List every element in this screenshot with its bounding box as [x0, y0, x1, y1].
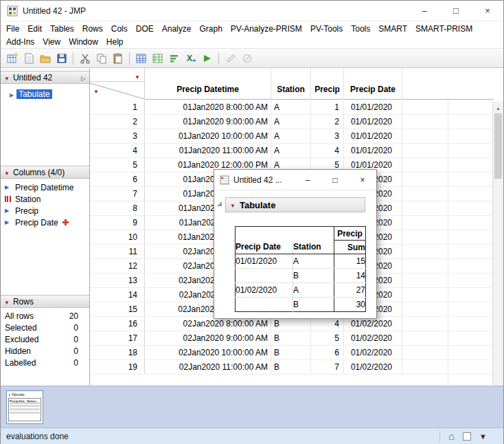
- row-number-cell[interactable]: 15: [90, 302, 145, 316]
- table-row[interactable]: 4 01Jan2020 11:00:00 AM A 4 01/01/2020: [90, 144, 494, 158]
- copy-icon[interactable]: [93, 50, 109, 66]
- menu-item[interactable]: Edit: [23, 24, 46, 34]
- precip-datetime-cell[interactable]: 01Jan2020 11:00:00 AM: [145, 144, 271, 157]
- report-close-button[interactable]: ×: [349, 170, 376, 190]
- vertical-scrollbar[interactable]: [492, 102, 503, 386]
- menu-item[interactable]: File: [2, 24, 23, 34]
- red-triangle-menu-icon[interactable]: [4, 297, 10, 307]
- row-number-cell[interactable]: 19: [90, 360, 145, 374]
- column-header-precip-date[interactable]: Precip Date: [344, 68, 402, 100]
- report-list-item[interactable]: Tabulate: [1, 88, 89, 100]
- row-number-cell[interactable]: 7: [90, 187, 145, 201]
- status-checkbox[interactable]: [463, 432, 471, 441]
- scrollbar-thumb[interactable]: [494, 113, 502, 179]
- save-icon[interactable]: [54, 50, 69, 66]
- row-number-cell[interactable]: 5: [90, 158, 145, 172]
- menu-item[interactable]: Add-Ins: [2, 37, 38, 47]
- precip-datetime-cell[interactable]: 02Jan2020 9:00:00 AM: [145, 331, 271, 345]
- rows-stat-row[interactable]: Labelled 0: [1, 357, 89, 368]
- minimize-button[interactable]: –: [409, 1, 440, 21]
- report-item-label[interactable]: Tabulate: [16, 89, 51, 99]
- new-data-table-icon[interactable]: [4, 50, 20, 66]
- station-cell[interactable]: B: [271, 346, 311, 359]
- data-grid-icon[interactable]: [133, 50, 149, 66]
- table-row[interactable]: 18 02Jan2020 10:00:00 AM B 6 01/02/2020: [90, 346, 494, 360]
- status-dropdown-icon[interactable]: [479, 432, 487, 441]
- row-number-cell[interactable]: 9: [90, 216, 145, 230]
- column-header-station[interactable]: Station: [271, 68, 311, 100]
- row-number-cell[interactable]: 10: [90, 230, 145, 244]
- precip-cell[interactable]: 2: [311, 115, 344, 129]
- table-row[interactable]: 17 02Jan2020 9:00:00 AM B 5 01/02/2020: [90, 331, 494, 346]
- tools-icon[interactable]: [239, 50, 255, 66]
- report-maximize-button[interactable]: □: [321, 170, 349, 190]
- new-journal-icon[interactable]: [21, 50, 36, 66]
- precip-date-cell[interactable]: 01/01/2020: [344, 100, 402, 114]
- title-bar[interactable]: Untitled 42 - JMP – □ ×: [1, 1, 503, 21]
- summary-table-icon[interactable]: [150, 50, 165, 66]
- row-number-cell[interactable]: 4: [90, 144, 145, 157]
- cut-icon[interactable]: [77, 50, 93, 66]
- menu-item[interactable]: Analyze: [158, 24, 196, 34]
- home-window-icon[interactable]: [448, 431, 455, 442]
- run-arrow-icon[interactable]: [199, 50, 215, 66]
- station-cell[interactable]: A: [271, 115, 311, 129]
- close-button[interactable]: ×: [472, 1, 503, 21]
- precip-cell[interactable]: 4: [311, 144, 344, 157]
- rows-stat-row[interactable]: Hidden 0: [1, 345, 89, 357]
- column-item-label[interactable]: Precip Date: [15, 218, 58, 227]
- column-item-label[interactable]: Precip: [15, 206, 38, 216]
- row-number-cell[interactable]: 16: [90, 317, 145, 331]
- menu-item[interactable]: PV-Tools: [306, 24, 347, 34]
- table-row[interactable]: 2 01Jan2020 9:00:00 AM A 2 01/01/2020: [90, 115, 494, 129]
- row-number-cell[interactable]: 13: [90, 274, 145, 287]
- menu-item[interactable]: SMART-PRISM: [411, 24, 477, 34]
- table-row[interactable]: 1 01Jan2020 8:00:00 AM A 1 01/01/2020: [90, 100, 494, 115]
- station-cell[interactable]: B: [271, 331, 311, 345]
- precip-date-cell[interactable]: 01/01/2020: [344, 129, 402, 143]
- rows-stat-row[interactable]: Excluded 0: [1, 333, 89, 345]
- station-cell[interactable]: B: [271, 317, 311, 331]
- precip-datetime-cell[interactable]: 01Jan2020 8:00:00 AM: [145, 100, 271, 114]
- column-item-label[interactable]: Precip Datetime: [15, 183, 73, 192]
- rows-stat-row[interactable]: Selected 0: [1, 322, 89, 333]
- precip-cell[interactable]: 4: [311, 317, 344, 331]
- table-row[interactable]: 3 01Jan2020 10:00:00 AM A 3 01/01/2020: [90, 129, 494, 144]
- row-number-cell[interactable]: 2: [90, 115, 145, 129]
- precip-datetime-cell[interactable]: 01Jan2020 9:00:00 AM: [145, 115, 271, 129]
- menu-item[interactable]: View: [38, 37, 65, 47]
- menu-item[interactable]: SMART: [374, 24, 411, 34]
- column-item-label[interactable]: Station: [15, 195, 41, 204]
- column-list-item[interactable]: Precip: [1, 205, 89, 217]
- precip-cell[interactable]: 5: [311, 331, 344, 345]
- menu-item[interactable]: Graph: [195, 24, 226, 34]
- red-triangle-menu-icon[interactable]: [230, 200, 236, 210]
- tabulate-outline-header[interactable]: Tabulate: [225, 197, 365, 212]
- station-cell[interactable]: B: [271, 360, 311, 374]
- report-window-title-bar[interactable]: Untitled 42 ... – □ ×: [214, 170, 376, 190]
- tabulate-window-thumbnail[interactable]: Tabulate Precip Date Station: [6, 390, 43, 424]
- red-triangle-menu-icon[interactable]: [4, 168, 10, 177]
- precip-date-cell[interactable]: 01/02/2020: [344, 317, 402, 331]
- row-number-cell[interactable]: 6: [90, 173, 145, 186]
- menu-item[interactable]: DOE: [132, 24, 158, 34]
- row-number-cell[interactable]: 14: [90, 288, 145, 302]
- column-list-item[interactable]: Precip Datetime: [1, 181, 89, 193]
- report-disclosure-icon[interactable]: [217, 201, 222, 206]
- annotate-pen-icon[interactable]: [222, 50, 238, 66]
- row-number-cell[interactable]: 1: [90, 100, 145, 114]
- column-header-precip[interactable]: Precip: [311, 68, 344, 100]
- precip-datetime-cell[interactable]: 02Jan2020 11:00:00 AM: [145, 360, 271, 374]
- menu-item[interactable]: Tables: [46, 24, 78, 34]
- menu-item[interactable]: Rows: [78, 24, 107, 34]
- menu-item[interactable]: Tools: [347, 24, 374, 34]
- row-number-cell[interactable]: 18: [90, 346, 145, 359]
- rows-menu-icon[interactable]: [93, 86, 99, 96]
- paste-icon[interactable]: [110, 50, 126, 66]
- station-cell[interactable]: A: [271, 129, 311, 143]
- row-number-cell[interactable]: 11: [90, 245, 145, 258]
- precip-date-cell[interactable]: 01/01/2020: [344, 115, 402, 129]
- column-header-precip-datetime[interactable]: Precip Datetime: [145, 68, 271, 100]
- row-number-cell[interactable]: 12: [90, 259, 145, 273]
- column-list-item[interactable]: Station: [1, 193, 89, 205]
